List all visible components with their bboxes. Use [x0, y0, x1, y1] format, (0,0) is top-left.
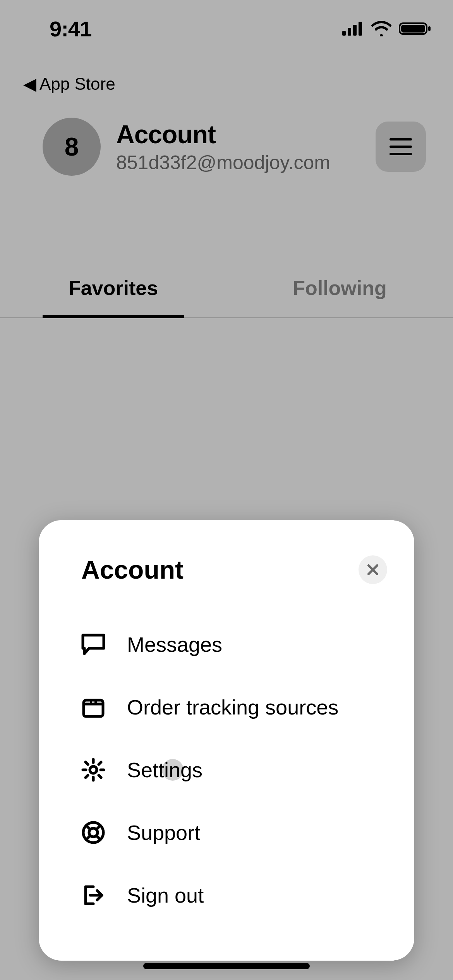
menu-item-label: Support: [127, 821, 200, 845]
svg-point-12: [83, 822, 103, 843]
sheet-title: Account: [81, 555, 184, 584]
sheet-header: Account: [39, 555, 414, 584]
tap-highlight: [162, 759, 184, 781]
sheet-menu: Messages Order tracking sources: [39, 613, 414, 927]
menu-item-support[interactable]: Support: [39, 801, 414, 864]
close-icon: [366, 563, 379, 576]
home-indicator[interactable]: [143, 963, 310, 969]
menu-item-label: Order tracking sources: [127, 695, 338, 719]
svg-point-13: [89, 828, 98, 837]
message-icon: [81, 632, 105, 656]
close-button[interactable]: [359, 555, 387, 584]
menu-item-order-tracking[interactable]: Order tracking sources: [39, 676, 414, 738]
menu-item-messages[interactable]: Messages: [39, 613, 414, 676]
menu-item-label: Sign out: [127, 883, 204, 907]
package-icon: [81, 695, 105, 719]
svg-point-11: [90, 766, 97, 773]
lifebuoy-icon: [81, 821, 105, 845]
account-sheet: Account Messages: [39, 520, 414, 961]
gear-icon: [81, 758, 105, 782]
svg-rect-10: [84, 700, 103, 716]
menu-item-signout[interactable]: Sign out: [39, 864, 414, 927]
menu-item-settings[interactable]: Settings: [39, 738, 414, 801]
menu-item-label: Messages: [127, 632, 222, 656]
signout-icon: [81, 883, 105, 907]
